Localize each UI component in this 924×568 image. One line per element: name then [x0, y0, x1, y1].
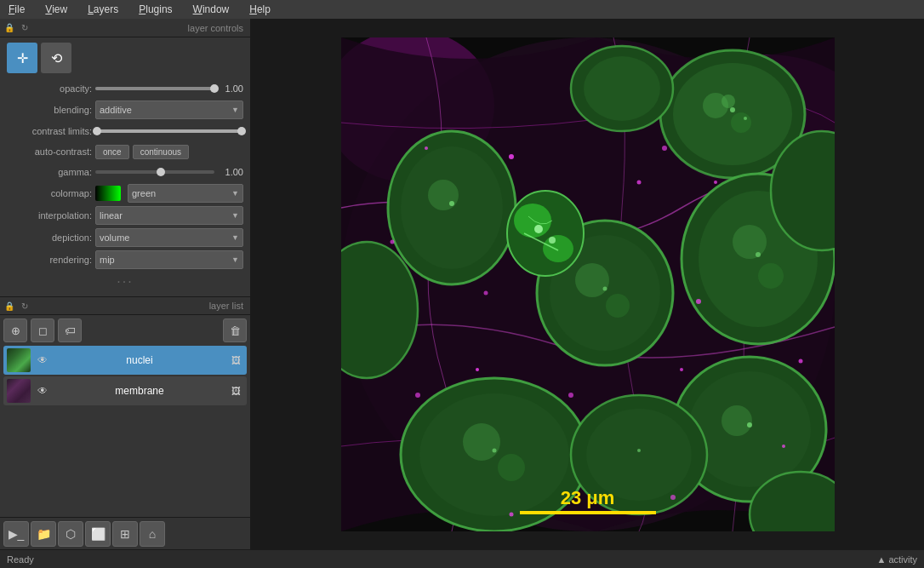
svg-point-73: [492, 448, 496, 452]
svg-point-41: [606, 294, 630, 318]
colormap-arrow-icon: ▼: [231, 189, 239, 198]
contrast-limits-row: contrast limits:: [7, 123, 243, 140]
contrast-limits-slider[interactable]: [95, 129, 243, 133]
svg-point-63: [390, 239, 394, 244]
folder-button[interactable]: 📁: [31, 521, 56, 547]
svg-point-35: [401, 146, 503, 269]
svg-point-17: [758, 263, 784, 289]
svg-point-48: [543, 235, 573, 262]
transform-tool-button[interactable]: ⟲: [41, 43, 71, 73]
grid-button[interactable]: ⊞: [112, 521, 138, 547]
contrast-thumb-left[interactable]: [93, 127, 101, 135]
3d-button[interactable]: ⬡: [58, 521, 83, 547]
layer-controls-title: layer controls: [34, 23, 247, 33]
move-tool-button[interactable]: ✛: [7, 43, 37, 73]
gamma-slider[interactable]: [95, 170, 214, 174]
interpolation-select[interactable]: linear ▼: [95, 206, 243, 225]
svg-point-36: [428, 180, 459, 210]
lock-icon: 🔒: [3, 22, 15, 34]
rendering-arrow-icon: ▼: [231, 255, 239, 264]
menu-window[interactable]: Window: [188, 2, 235, 17]
svg-point-40: [575, 263, 609, 297]
add-shapes-button[interactable]: ◻: [31, 318, 54, 342]
svg-point-59: [483, 290, 488, 295]
more-options[interactable]: ···: [7, 273, 243, 291]
svg-point-56: [798, 359, 802, 363]
add-points-button[interactable]: ⊕: [3, 318, 27, 342]
statusbar: Ready ▲ activity: [0, 549, 924, 568]
terminal-button[interactable]: ▶_: [3, 521, 29, 547]
menu-plugins[interactable]: Plugins: [134, 2, 177, 17]
depiction-select[interactable]: volume ▼: [95, 228, 243, 247]
opacity-slider[interactable]: [95, 87, 214, 90]
gamma-row: gamma: 1.00: [7, 164, 243, 181]
menu-view[interactable]: View: [40, 2, 72, 17]
svg-point-60: [714, 181, 717, 184]
rendering-label: rendering:: [7, 255, 92, 265]
svg-point-16: [733, 225, 767, 259]
add-labels-button[interactable]: 🏷: [58, 318, 82, 342]
rendering-select[interactable]: mip ▼: [95, 250, 243, 269]
main-layout: 🔒 ↻ layer controls ✛ ⟲ opacity: 1.00: [0, 19, 924, 549]
svg-point-30: [498, 454, 525, 481]
svg-point-71: [602, 286, 607, 290]
layer-tools-row: ⊕ ◻ 🏷 🗑: [3, 318, 247, 342]
svg-point-67: [730, 107, 735, 112]
scale-bar-line: [520, 511, 656, 514]
membrane-visibility-icon[interactable]: 👁: [34, 382, 51, 399]
membrane-type-icon: 🖼: [228, 383, 243, 399]
nuclei-visibility-icon[interactable]: 👁: [34, 352, 51, 369]
svg-point-72: [747, 422, 752, 427]
tool-row: ✛ ⟲: [7, 43, 243, 73]
svg-point-29: [463, 423, 500, 461]
auto-contrast-once-button[interactable]: once: [95, 145, 129, 159]
scale-bar: 23 μm: [520, 487, 656, 514]
canvas-area[interactable]: 23 μm: [251, 19, 924, 549]
layer-controls-body: ✛ ⟲ opacity: 1.00 blending: additive ▼: [0, 37, 250, 296]
blending-row: blending: additive ▼: [7, 100, 243, 119]
box-button[interactable]: ⬜: [85, 521, 111, 547]
svg-point-68: [744, 117, 747, 120]
svg-point-8: [731, 112, 751, 133]
gamma-label: gamma:: [7, 167, 92, 177]
contrast-thumb-right[interactable]: [237, 127, 246, 135]
blending-value: additive: [100, 105, 132, 115]
depiction-row: depiction: volume ▼: [7, 228, 243, 247]
blending-arrow-icon: ▼: [231, 106, 239, 114]
menubar: File View Layers Plugins Window Help: [0, 0, 924, 19]
layer-list-header: 🔒 ↻ layer list: [0, 296, 250, 315]
interpolation-value: linear: [100, 210, 123, 221]
menu-help[interactable]: Help: [244, 2, 276, 17]
layer-item-nuclei[interactable]: 👁 nuclei 🖼: [3, 346, 247, 375]
auto-contrast-continuous-button[interactable]: continuous: [133, 145, 189, 159]
opacity-value: 1.00: [218, 83, 243, 94]
home-button[interactable]: ⌂: [140, 521, 165, 547]
activity-button[interactable]: ▲ activity: [876, 554, 917, 565]
microscope-image: 23 μm: [341, 37, 835, 531]
opacity-label: opacity:: [7, 83, 92, 94]
svg-point-57: [568, 393, 573, 398]
colormap-value: green: [132, 188, 156, 198]
layer-item-membrane[interactable]: 👁 membrane 🖼: [3, 376, 247, 405]
delete-layer-button[interactable]: 🗑: [223, 318, 247, 342]
svg-point-52: [636, 180, 641, 184]
interpolation-row: interpolation: linear ▼: [7, 206, 243, 225]
blending-select[interactable]: additive ▼: [95, 100, 243, 119]
menu-file[interactable]: File: [3, 2, 30, 17]
interpolation-arrow-icon: ▼: [231, 211, 239, 220]
bottom-toolbar: ▶_ 📁 ⬡ ⬜ ⊞ ⌂: [0, 517, 250, 549]
svg-point-58: [680, 368, 683, 371]
rendering-value: mip: [100, 255, 115, 265]
colormap-row: colormap: green ▼: [7, 184, 243, 203]
nuclei-layer-name: nuclei: [54, 354, 225, 366]
colormap-select[interactable]: green ▼: [128, 184, 243, 203]
blending-label: blending:: [7, 105, 92, 115]
layer-list-refresh-icon: ↻: [19, 300, 31, 312]
auto-contrast-buttons: once continuous: [95, 145, 189, 159]
gamma-thumb[interactable]: [157, 168, 165, 176]
svg-point-61: [662, 146, 667, 151]
svg-point-53: [696, 299, 701, 304]
menu-layers[interactable]: Layers: [83, 2, 123, 17]
depiction-label: depiction:: [7, 232, 92, 243]
svg-point-55: [415, 393, 420, 398]
